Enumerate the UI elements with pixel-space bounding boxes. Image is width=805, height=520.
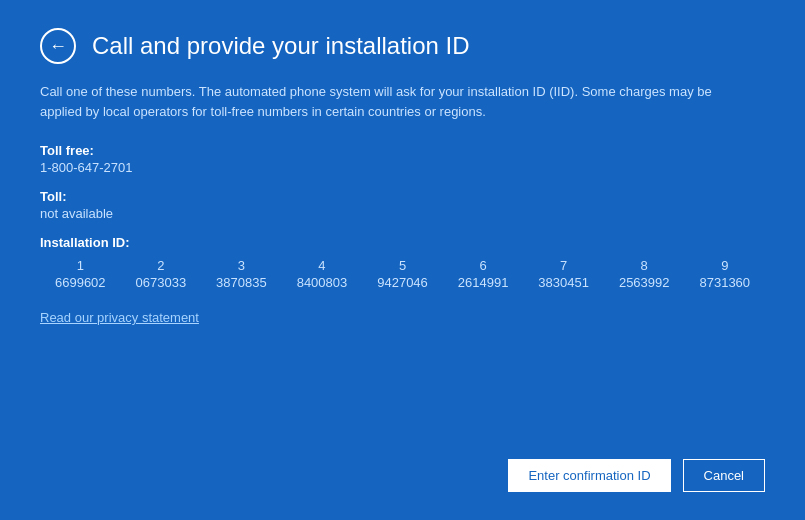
privacy-link[interactable]: Read our privacy statement (40, 310, 765, 325)
toll-free-value: 1-800-647-2701 (40, 160, 765, 175)
id-value-cell: 3830451 (523, 275, 604, 290)
id-value-cell: 9427046 (362, 275, 443, 290)
toll-label: Toll: (40, 189, 765, 204)
id-header-cell: 8 (604, 258, 685, 273)
id-value-cell: 0673033 (121, 275, 202, 290)
back-arrow-icon: ← (49, 37, 67, 55)
id-value-cell: 3870835 (201, 275, 282, 290)
footer: Enter confirmation ID Cancel (40, 443, 765, 492)
toll-free-section: Toll free: 1-800-647-2701 (40, 143, 765, 175)
id-value-cell: 2563992 (604, 275, 685, 290)
id-header-cell: 7 (523, 258, 604, 273)
id-value-cell: 8400803 (282, 275, 363, 290)
installation-id-section: Installation ID: 123456789 6699602067303… (40, 235, 765, 290)
id-value-cell: 8731360 (685, 275, 766, 290)
installation-id-table: 123456789 669960206730333870835840080394… (40, 258, 765, 290)
id-header-cell: 2 (121, 258, 202, 273)
id-header-cell: 6 (443, 258, 524, 273)
toll-section: Toll: not available (40, 189, 765, 221)
header: ← Call and provide your installation ID (40, 28, 765, 64)
id-header-cell: 3 (201, 258, 282, 273)
id-value-cell: 6699602 (40, 275, 121, 290)
description-text: Call one of these numbers. The automated… (40, 82, 740, 121)
confirm-button[interactable]: Enter confirmation ID (508, 459, 670, 492)
toll-value: not available (40, 206, 765, 221)
id-header-cell: 9 (685, 258, 766, 273)
id-headers-row: 123456789 (40, 258, 765, 273)
main-container: ← Call and provide your installation ID … (0, 0, 805, 520)
id-values-row: 6699602067303338708358400803942704626149… (40, 275, 765, 290)
cancel-button[interactable]: Cancel (683, 459, 765, 492)
id-value-cell: 2614991 (443, 275, 524, 290)
installation-id-label: Installation ID: (40, 235, 765, 250)
back-button[interactable]: ← (40, 28, 76, 64)
id-header-cell: 4 (282, 258, 363, 273)
id-header-cell: 5 (362, 258, 443, 273)
page-title: Call and provide your installation ID (92, 32, 470, 60)
id-header-cell: 1 (40, 258, 121, 273)
toll-free-label: Toll free: (40, 143, 765, 158)
